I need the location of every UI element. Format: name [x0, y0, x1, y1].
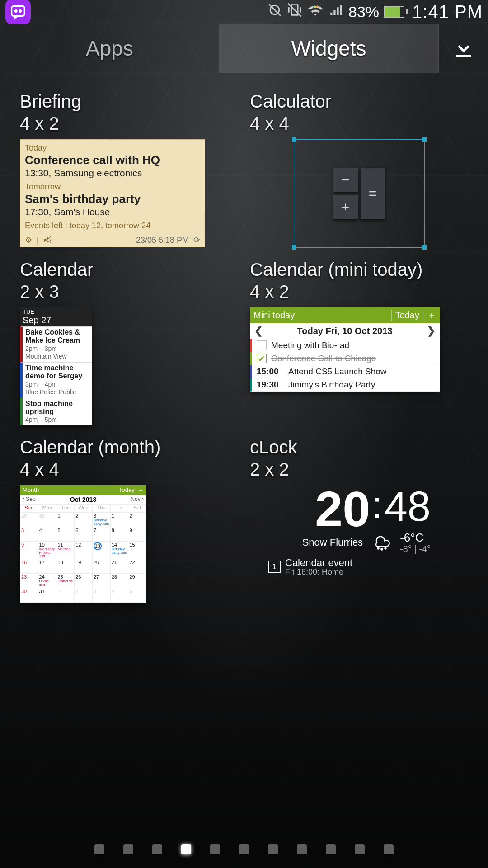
calendar-icon: 1: [268, 561, 281, 573]
briefing-preview: Today Conference call with HQ 13:30, Sam…: [20, 139, 205, 247]
calc-plus-key: +: [333, 195, 358, 219]
widget-briefing[interactable]: Briefing 4 x 2 Today Conference call wit…: [20, 91, 238, 248]
widget-size: 4 x 4: [20, 459, 238, 480]
gear-icon: ⚙: [25, 235, 32, 245]
refresh-icon: ⟳: [193, 236, 200, 245]
page-dot[interactable]: [297, 844, 307, 854]
chevron-left-icon: ❮: [254, 325, 263, 337]
clock-preview: 20 : 48 Snow Flurries -6°C -8° | -4° 1: [250, 485, 431, 576]
page-dot[interactable]: [326, 844, 336, 854]
svg-point-4: [378, 548, 379, 549]
widget-size: 2 x 3: [20, 282, 238, 302]
vibrate-icon: [287, 2, 302, 21]
widget-size: 4 x 2: [20, 113, 238, 134]
svg-rect-3: [456, 55, 471, 57]
tab-apps[interactable]: Apps: [0, 24, 219, 73]
status-clock: 1:41 PM: [412, 2, 483, 22]
widget-calendar-month[interactable]: Calendar (month) 4 x 4 Month Today ＋ ‹ S…: [20, 437, 238, 603]
tab-widgets[interactable]: Widgets: [219, 24, 438, 73]
page-dot[interactable]: [268, 844, 278, 854]
alarm-off-icon: [267, 2, 282, 21]
status-bar: 83% 1:41 PM: [0, 0, 488, 24]
calendar-agenda-preview: TUE Sep 27 Bake Cookies & Make Ice Cream…: [20, 307, 92, 425]
widget-grid: Briefing 4 x 2 Today Conference call wit…: [0, 73, 488, 603]
calculator-preview: − = +: [294, 139, 425, 248]
svg-point-6: [385, 548, 386, 549]
widget-title: Briefing: [20, 91, 238, 112]
mini-today-preview: Mini today Today ＋ ❮ Today Fri, 10 Oct 2…: [250, 307, 440, 392]
widget-size: 4 x 4: [250, 113, 468, 134]
chevron-right-icon: ❯: [427, 325, 435, 337]
svg-rect-0: [12, 6, 25, 16]
download-button[interactable]: [438, 24, 488, 73]
widget-title: Calculator: [250, 91, 468, 112]
calc-minus-key: −: [333, 168, 358, 192]
widget-size: 2 x 2: [250, 459, 468, 480]
widget-title: Calendar: [20, 259, 238, 280]
widget-title: Calendar (month): [20, 437, 238, 458]
svg-point-2: [19, 10, 21, 12]
battery-icon: [384, 6, 408, 18]
page-dot[interactable]: [384, 844, 394, 854]
widget-calendar-mini-today[interactable]: Calendar (mini today) 4 x 2 Mini today T…: [250, 259, 468, 425]
speaker-icon: 🕬: [43, 236, 52, 245]
quickmemo-icon: [5, 0, 31, 24]
checkbox-empty-icon: [257, 340, 267, 350]
page-dot[interactable]: [94, 844, 104, 854]
widget-size: 4 x 2: [250, 282, 468, 302]
widget-title: cLock: [250, 437, 468, 458]
page-dot[interactable]: [152, 844, 162, 854]
plus-icon: ＋: [138, 486, 144, 494]
widget-title: Calendar (mini today): [250, 259, 468, 280]
svg-point-5: [381, 549, 383, 550]
page-dot[interactable]: [355, 844, 365, 854]
page-dot[interactable]: [239, 844, 249, 854]
wifi-icon: [307, 2, 324, 21]
tab-bar: Apps Widgets: [0, 24, 488, 73]
signal-icon: [328, 2, 344, 21]
widget-calculator[interactable]: Calculator 4 x 4 − = +: [250, 91, 468, 248]
page-dot[interactable]: [210, 844, 220, 854]
snow-cloud-icon: [370, 533, 393, 552]
svg-point-1: [15, 10, 17, 12]
calc-equals-key: =: [361, 168, 385, 219]
checkbox-checked-icon: ✔: [257, 354, 267, 363]
widget-calendar-agenda[interactable]: Calendar 2 x 3 TUE Sep 27 Bake Cookies &…: [20, 259, 238, 425]
battery-percent: 83%: [348, 3, 379, 21]
widget-clock[interactable]: cLock 2 x 2 20 : 48 Snow Flurries -6°C -…: [250, 437, 468, 603]
page-dot[interactable]: [123, 844, 133, 854]
month-preview: Month Today ＋ ‹ Sep Oct 2013 Nov › Sun M…: [20, 485, 146, 603]
plus-icon: ＋: [427, 309, 436, 321]
page-dot[interactable]: [181, 844, 191, 854]
page-indicator[interactable]: [0, 844, 488, 854]
